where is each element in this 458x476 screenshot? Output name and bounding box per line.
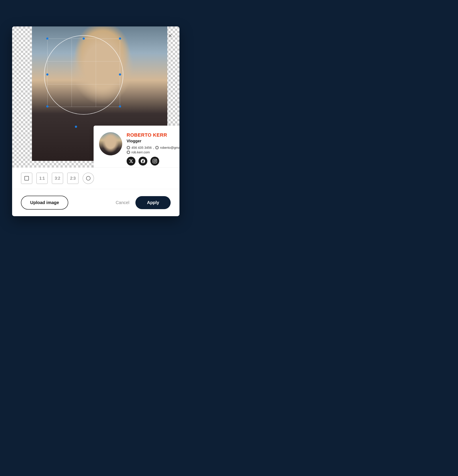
svg-rect-8	[25, 176, 29, 180]
avatar-photo	[99, 132, 122, 155]
sig-phone: 456 435 3456, roberto@gmail.com	[127, 146, 179, 149]
instagram-icon[interactable]	[150, 157, 159, 165]
crop-circle[interactable]	[44, 35, 123, 115]
sig-info: ROBERTO KERR Vlogger 456 435 3456,	[127, 132, 179, 165]
phone-icon	[127, 146, 130, 149]
crop-2-3-label: 2:3	[70, 176, 75, 181]
image-editor-area[interactable]: ROBERTO KERR Vlogger 456 435 3456,	[12, 26, 179, 168]
website-icon	[127, 151, 130, 154]
close-icon: ×	[168, 32, 172, 39]
action-right-group: Cancel Apply	[116, 196, 171, 209]
svg-point-9	[86, 176, 90, 180]
crop-free-button[interactable]	[21, 172, 32, 184]
avatar	[99, 132, 122, 155]
crop-2-3-button[interactable]: 2:3	[67, 172, 79, 184]
crop-1-1-label: 1:1	[39, 176, 45, 181]
svg-point-2	[127, 151, 129, 153]
crop-tools-bar: 1:1 3:2 2:3	[12, 168, 179, 189]
transparent-checker-left	[12, 26, 32, 168]
social-icons	[127, 157, 179, 165]
handle-bot-right[interactable]	[119, 105, 121, 108]
sig-name: ROBERTO KERR	[127, 132, 179, 138]
close-button[interactable]: ×	[165, 31, 175, 41]
crop-3-2-label: 3:2	[55, 176, 60, 181]
bottom-action-bar: Upload image Cancel Apply	[12, 189, 179, 216]
email-icon	[155, 146, 159, 149]
cancel-button[interactable]: Cancel	[116, 200, 129, 205]
handle-mid-right[interactable]	[119, 73, 121, 76]
crop-3-2-button[interactable]: 3:2	[52, 172, 63, 184]
handle-top-left[interactable]	[46, 37, 49, 40]
handle-bot-center[interactable]	[75, 126, 77, 128]
signature-preview-panel: ROBERTO KERR Vlogger 456 435 3456,	[94, 126, 179, 168]
crop-circle-button[interactable]	[83, 172, 94, 184]
apply-button[interactable]: Apply	[135, 196, 171, 209]
facebook-icon[interactable]	[139, 157, 147, 165]
handle-top-right[interactable]	[119, 37, 121, 40]
upload-image-button[interactable]: Upload image	[21, 196, 68, 210]
sig-title: Vlogger	[127, 139, 179, 144]
modal-container: ×	[12, 26, 179, 216]
crop-1-1-button[interactable]: 1:1	[36, 172, 48, 184]
sig-website: rob.kerr.com	[127, 150, 179, 154]
handle-mid-left[interactable]	[46, 73, 49, 76]
handle-top-center[interactable]	[83, 37, 85, 40]
svg-point-0	[127, 147, 129, 149]
twitter-icon[interactable]	[127, 157, 135, 165]
sig-header: ROBERTO KERR Vlogger 456 435 3456,	[99, 132, 179, 165]
handle-bot-left[interactable]	[46, 105, 49, 108]
svg-point-1	[156, 147, 158, 149]
